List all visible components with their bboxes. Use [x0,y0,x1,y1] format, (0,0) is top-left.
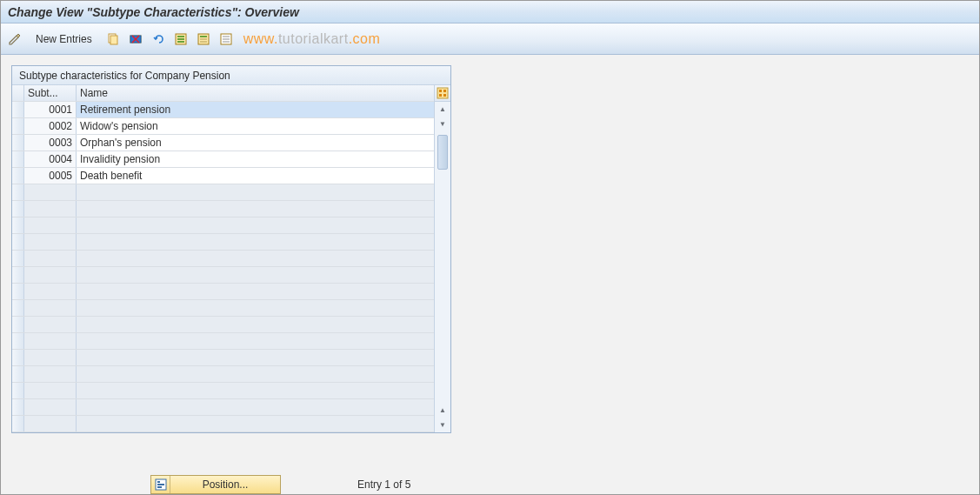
new-entries-button[interactable]: New Entries [29,30,99,49]
cell-empty[interactable] [77,317,434,332]
row-selector[interactable] [12,151,24,167]
table-row-empty[interactable] [12,383,434,399]
cell-empty[interactable] [77,333,434,349]
cell-empty[interactable] [24,350,77,365]
column-header-name[interactable]: Name [77,85,434,101]
cell-empty[interactable] [77,251,434,266]
cell-subtype[interactable]: 0004 [24,151,77,167]
table-row[interactable]: 0003 Orphan's pension [12,135,434,151]
cell-empty[interactable] [77,399,434,415]
table-row-empty[interactable] [12,366,434,383]
scroll-down-icon[interactable]: ▼ [435,117,450,131]
scrollbar-thumb[interactable] [437,135,448,170]
row-selector[interactable] [12,416,24,431]
row-selector[interactable] [12,118,24,134]
cell-empty[interactable] [77,234,434,250]
cell-subtype[interactable]: 0001 [24,102,77,117]
row-selector[interactable] [12,399,24,415]
cell-empty[interactable] [77,217,434,233]
cell-empty[interactable] [24,317,77,332]
row-selector[interactable] [12,168,24,184]
row-selector[interactable] [12,251,24,266]
row-selector[interactable] [12,217,24,233]
cell-empty[interactable] [24,284,77,299]
row-selector[interactable] [12,102,24,117]
cell-empty[interactable] [24,201,77,217]
cell-empty[interactable] [77,284,434,299]
table-row[interactable]: 0002 Widow's pension [12,118,434,135]
undo-change-icon[interactable] [150,30,167,48]
cell-empty[interactable] [24,416,77,431]
cell-empty[interactable] [77,416,434,431]
delete-icon[interactable] [127,30,144,48]
table-row-empty[interactable] [12,350,434,366]
row-selector[interactable] [12,284,24,299]
cell-empty[interactable] [24,251,77,266]
cell-name[interactable]: Death benefit [77,168,434,184]
toggle-display-change-icon[interactable] [6,30,23,48]
table-row-empty[interactable] [12,234,434,251]
scroll-up-icon[interactable]: ▲ [435,102,450,117]
table-row-empty[interactable] [12,333,434,350]
cell-empty[interactable] [24,366,77,382]
row-selector[interactable] [12,201,24,217]
cell-empty[interactable] [24,383,77,398]
cell-empty[interactable] [77,366,434,382]
cell-empty[interactable] [77,300,434,316]
row-selector[interactable] [12,383,24,398]
row-selector[interactable] [12,267,24,283]
row-selector[interactable] [12,184,24,200]
cell-empty[interactable] [77,184,434,200]
table-row-empty[interactable] [12,317,434,333]
cell-name[interactable]: Orphan's pension [77,135,434,151]
cell-empty[interactable] [77,201,434,217]
table-row-empty[interactable] [12,267,434,284]
row-selector[interactable] [12,135,24,151]
table-row-empty[interactable] [12,284,434,300]
position-button[interactable]: Position... [150,475,281,494]
cell-empty[interactable] [77,383,434,398]
table-row-empty[interactable] [12,201,434,217]
row-selector[interactable] [12,300,24,316]
scroll-down-bottom-icon[interactable]: ▼ [435,418,450,432]
cell-empty[interactable] [77,350,434,365]
table-row-empty[interactable] [12,184,434,201]
row-selector[interactable] [12,317,24,332]
cell-subtype[interactable]: 0002 [24,118,77,134]
table-row[interactable]: 0005 Death benefit [12,168,434,184]
cell-empty[interactable] [24,184,77,200]
scroll-up-bottom-icon[interactable]: ▲ [435,403,450,418]
cell-empty[interactable] [24,399,77,415]
cell-subtype[interactable]: 0005 [24,168,77,184]
copy-as-icon[interactable] [104,30,122,48]
table-row-empty[interactable] [12,217,434,234]
table-settings-icon[interactable] [435,85,450,102]
cell-empty[interactable] [77,267,434,283]
cell-name[interactable]: Invalidity pension [77,151,434,167]
scrollbar-track[interactable] [435,131,450,403]
deselect-all-icon[interactable] [217,30,235,48]
column-header-subtype[interactable]: Subt... [24,85,77,101]
cell-empty[interactable] [24,217,77,233]
table-row-empty[interactable] [12,416,434,432]
header-row-selector[interactable] [12,85,24,101]
row-selector[interactable] [12,333,24,349]
cell-empty[interactable] [24,234,77,250]
table-row-empty[interactable] [12,399,434,416]
row-selector[interactable] [12,350,24,365]
table-row-empty[interactable] [12,251,434,267]
svg-rect-20 [443,94,446,97]
cell-empty[interactable] [24,300,77,316]
table-row-empty[interactable] [12,300,434,317]
cell-empty[interactable] [24,267,77,283]
cell-name[interactable]: Retirement pension [77,102,434,117]
select-all-icon[interactable] [172,30,190,48]
cell-name[interactable]: Widow's pension [77,118,434,134]
table-row[interactable]: 0004 Invalidity pension [12,151,434,168]
table-row[interactable]: 0001 Retirement pension [12,102,434,118]
cell-subtype[interactable]: 0003 [24,135,77,151]
cell-empty[interactable] [24,333,77,349]
select-block-icon[interactable] [195,30,212,48]
row-selector[interactable] [12,366,24,382]
row-selector[interactable] [12,234,24,250]
